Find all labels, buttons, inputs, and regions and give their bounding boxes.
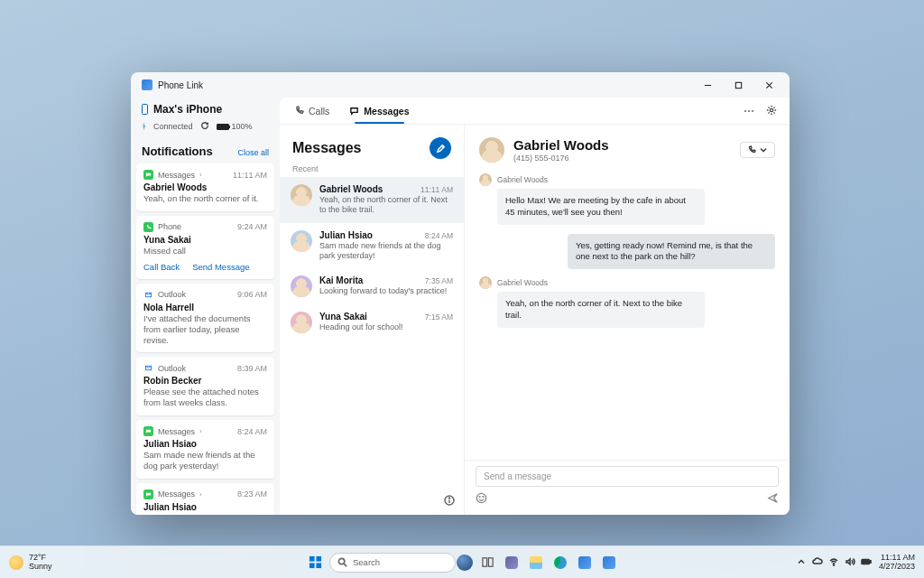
notification-body: Sam made new friends at the dog park yes… <box>143 450 267 471</box>
edge-icon <box>554 556 567 569</box>
svg-rect-19 <box>482 558 486 566</box>
thread-name: Yuna Sakai <box>319 312 367 322</box>
search-icon <box>337 557 347 567</box>
thread-time: 11:11 AM <box>420 185 453 194</box>
contact-phone: (415) 555-0176 <box>513 154 609 163</box>
notification-time: 8:24 AM <box>237 427 267 436</box>
notification-body: I've attached the documents from earlier… <box>143 313 267 346</box>
notification-card[interactable]: Phone9:24 AMYuna SakaiMissed callCall Ba… <box>136 216 274 279</box>
svg-rect-23 <box>870 560 871 563</box>
thread-time: 7:15 AM <box>425 312 453 322</box>
notification-card[interactable]: Outlook9:06 AMNola HarrellI've attached … <box>136 284 274 353</box>
refresh-button[interactable] <box>200 121 209 132</box>
notification-body: Missed call <box>143 246 267 256</box>
message-input[interactable]: Send a message <box>476 466 779 487</box>
tray-volume-icon[interactable] <box>845 556 855 569</box>
taskbar-edge[interactable] <box>550 553 570 573</box>
taskbar-center: Search <box>305 553 619 573</box>
taskbar-explorer[interactable] <box>526 553 546 573</box>
battery-indicator: 100% <box>217 122 253 131</box>
info-button[interactable] <box>444 493 455 509</box>
calls-icon <box>294 106 304 116</box>
tab-calls[interactable]: Calls <box>292 98 331 124</box>
settings-button[interactable] <box>766 105 777 117</box>
send-button[interactable] <box>767 491 779 508</box>
emoji-button[interactable] <box>476 491 487 508</box>
device-status-row: ᚼ Connected 100% <box>142 121 269 132</box>
bing-button[interactable] <box>457 555 473 571</box>
notification-time: 8:23 AM <box>237 489 267 499</box>
svg-rect-15 <box>309 563 314 568</box>
device-panel: Max's iPhone ᚼ Connected 100% <box>131 98 280 135</box>
thread-avatar <box>291 230 312 252</box>
phone-link-icon <box>603 556 615 569</box>
device-name-row[interactable]: Max's iPhone <box>142 103 269 116</box>
more-button[interactable]: ⋯ <box>744 105 755 117</box>
tab-messages[interactable]: Messages <box>347 98 411 124</box>
tray-battery-icon[interactable] <box>861 556 872 569</box>
thread-item[interactable]: Kai Morita7:35 AMLooking forward to toda… <box>280 268 464 304</box>
svg-rect-13 <box>309 556 314 562</box>
notification-app-name: Phone <box>158 222 181 231</box>
sidebar: Max's iPhone ᚼ Connected 100% Notificati… <box>131 98 280 515</box>
notification-card[interactable]: Messages›11:11 AMGabriel WoodsYeah, on t… <box>136 163 274 211</box>
svg-rect-20 <box>488 558 493 566</box>
thread-item[interactable]: Yuna Sakai7:15 AMHeading out for school! <box>280 304 464 340</box>
thread-item[interactable]: Gabriel Woods11:11 AMYeah, on the north … <box>280 177 464 223</box>
svg-rect-1 <box>735 82 741 88</box>
taskbar-search[interactable]: Search <box>329 553 456 573</box>
tray-chevron-up[interactable] <box>796 556 807 569</box>
notification-title: Yuna Sakai <box>143 235 267 245</box>
notification-card[interactable]: Messages›8:23 AMJulian HsiaoThanks for t… <box>136 483 274 515</box>
thread-item[interactable]: Julian Hsiao8:24 AMSam made new friends … <box>280 223 464 269</box>
conversation-input-area: Send a message <box>465 460 790 515</box>
messages-app-icon <box>143 170 153 180</box>
close-button[interactable] <box>753 72 784 98</box>
chevron-right-icon: › <box>199 427 202 435</box>
taskbar-phone-link[interactable] <box>599 553 619 573</box>
chevron-right-icon: › <box>199 490 202 499</box>
taskbar-weather[interactable]: 72°F Sunny <box>9 554 52 571</box>
notification-app-name: Outlook <box>158 290 186 299</box>
app-icon <box>142 79 152 90</box>
start-button[interactable] <box>305 553 325 573</box>
thread-name: Gabriel Woods <box>319 184 383 194</box>
titlebar: Phone Link <box>131 72 790 98</box>
maximize-button[interactable] <box>723 72 753 98</box>
taskbar-chat[interactable] <box>502 553 522 573</box>
svg-point-21 <box>833 564 834 564</box>
tabs-bar: Calls Messages ⋯ <box>280 98 790 125</box>
notification-action[interactable]: Send Message <box>192 262 249 272</box>
conversation-header: Gabriel Woods (415) 555-0176 <box>465 125 790 170</box>
messages-list-pane: Messages Recent Gabriel Woods11:11 AMYea… <box>280 125 465 515</box>
notification-title: Nola Harrell <box>143 303 267 312</box>
tray-wifi-icon[interactable] <box>828 556 839 569</box>
call-dropdown-button[interactable] <box>740 142 775 158</box>
system-tray: 11:11 AM 4/27/2023 <box>796 554 915 571</box>
conversation-pane: Gabriel Woods (415) 555-0176 Gabriel Woo… <box>465 125 790 515</box>
svg-point-9 <box>449 498 450 499</box>
phone-app-icon <box>143 222 153 232</box>
taskbar-clock[interactable]: 11:11 AM 4/27/2023 <box>879 554 915 571</box>
notification-action[interactable]: Call Back <box>143 262 180 272</box>
weather-icon <box>9 555 23 570</box>
thread-preview: Heading out for school! <box>319 322 453 332</box>
notification-app-name: Outlook <box>158 364 186 373</box>
svg-point-10 <box>476 493 485 502</box>
notification-card[interactable]: Messages›8:24 AMJulian HsiaoSam made new… <box>136 420 274 479</box>
battery-percent: 100% <box>232 122 253 131</box>
message-group-incoming: Gabriel WoodsYeah, on the north corner o… <box>479 276 775 328</box>
notification-card[interactable]: Outlook8:39 AMRobin BeckerPlease see the… <box>136 357 274 415</box>
taskbar-task-view[interactable] <box>477 553 497 573</box>
compose-button[interactable] <box>430 137 451 159</box>
taskbar-store[interactable] <box>575 553 595 573</box>
minimize-button[interactable] <box>692 72 723 98</box>
emoji-icon <box>476 492 487 504</box>
tray-onedrive-icon[interactable] <box>812 556 823 569</box>
notification-title: Julian Hsiao <box>143 502 267 512</box>
svg-rect-14 <box>316 556 321 562</box>
close-all-link[interactable]: Close all <box>237 148 269 157</box>
message-bubble-incoming: Hello Max! We are meeting by the cafe in… <box>497 189 705 225</box>
notification-app-name: Messages <box>158 489 195 499</box>
notification-time: 9:24 AM <box>237 222 267 231</box>
